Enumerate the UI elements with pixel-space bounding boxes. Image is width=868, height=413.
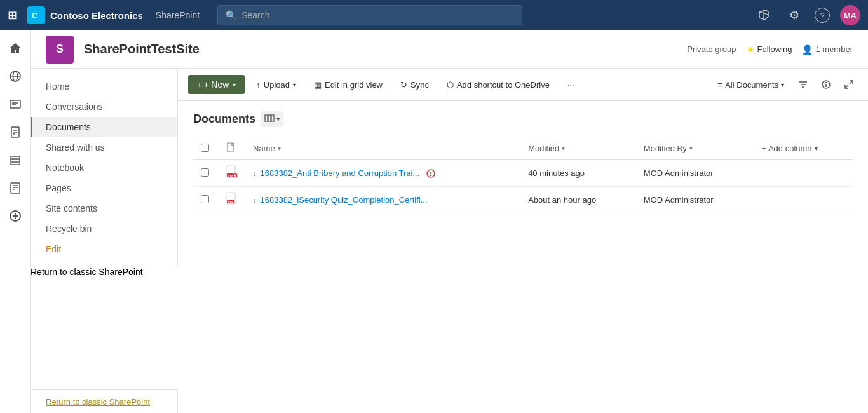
more-button[interactable]: ··· bbox=[561, 76, 581, 93]
sidebar-item-recycle-bin[interactable]: Recycle bin bbox=[31, 219, 177, 239]
sidebar-item-notebook[interactable]: Notebook bbox=[31, 158, 177, 178]
following-button[interactable]: ★ Following bbox=[747, 44, 792, 55]
return-classic-link[interactable]: Return to classic SharePoint bbox=[31, 267, 178, 277]
info-button[interactable] bbox=[817, 76, 835, 93]
rail-news-icon[interactable] bbox=[3, 91, 28, 117]
section-title: Documents bbox=[193, 112, 255, 126]
svg-rect-33 bbox=[227, 143, 234, 151]
top-nav: ⊞ C Contoso Electronics SharePoint 🔍 ⚙ ?… bbox=[0, 0, 868, 30]
view-icon: ≡ bbox=[718, 80, 723, 90]
rail-page-icon[interactable] bbox=[3, 175, 28, 201]
sidebar-item-conversations[interactable]: Conversations bbox=[31, 97, 177, 117]
main-content: + + New ▾ ↑ Upload ▾ ▦ Edit in grid view bbox=[178, 69, 868, 413]
row2-checkbox[interactable] bbox=[201, 195, 209, 203]
svg-point-27 bbox=[826, 83, 827, 83]
row1-checkbox[interactable] bbox=[201, 168, 209, 177]
help-icon[interactable]: ? bbox=[815, 8, 830, 23]
notifications-icon[interactable] bbox=[754, 5, 774, 25]
select-all-checkbox-col[interactable] bbox=[193, 137, 219, 160]
modified-by-col-header[interactable]: Modified By ▾ bbox=[636, 137, 754, 160]
filter-button[interactable] bbox=[794, 76, 812, 93]
upload-icon: ↑ bbox=[256, 80, 261, 90]
modified-sort-icon: ▾ bbox=[562, 145, 565, 152]
sync-button[interactable]: ↻ Sync bbox=[394, 76, 435, 93]
table-body: PDF ↕ 1683382_Anti Briber bbox=[193, 160, 853, 213]
edit-grid-button[interactable]: ▦ Edit in grid view bbox=[308, 76, 389, 93]
row2-file-name[interactable]: 1683382_iSecurity Quiz_Completion_Certif… bbox=[261, 195, 428, 205]
add-shortcut-button[interactable]: ⬡ Add shortcut to OneDrive bbox=[440, 76, 556, 93]
documents-table: Name ▾ Modified ▾ bbox=[193, 137, 853, 213]
sync-icon: ↻ bbox=[400, 80, 407, 90]
select-all-checkbox[interactable] bbox=[201, 144, 209, 152]
brand-logo: C bbox=[27, 6, 45, 24]
library-chevron-icon: ▾ bbox=[276, 116, 280, 123]
row2-checkbox-cell[interactable] bbox=[193, 187, 219, 213]
modified-by-sort-icon: ▾ bbox=[689, 145, 693, 152]
sidebar-item-pages[interactable]: Pages bbox=[31, 178, 177, 198]
table-row[interactable]: PDF ↕ 1683382_iSecurity Quiz_Completion_… bbox=[193, 187, 853, 213]
rail-globe-icon[interactable] bbox=[3, 64, 28, 89]
documents-section: Documents ▾ bbox=[178, 101, 868, 213]
table-row[interactable]: PDF ↕ 1683382_Anti Briber bbox=[193, 160, 853, 187]
sidebar-item-home[interactable]: Home bbox=[31, 76, 177, 97]
row2-modified-cell: About an hour ago bbox=[520, 187, 636, 213]
section-header: Documents ▾ bbox=[193, 111, 853, 127]
sidebar-item-documents[interactable]: Documents bbox=[31, 117, 177, 137]
add-col-chevron-icon: ▾ bbox=[815, 145, 818, 152]
svg-rect-32 bbox=[271, 115, 274, 121]
svg-rect-12 bbox=[11, 156, 20, 158]
view-chevron-icon: ▾ bbox=[781, 81, 784, 88]
new-button[interactable]: + + New ▾ bbox=[188, 75, 245, 94]
add-column-header[interactable]: + Add column ▾ bbox=[754, 137, 853, 160]
settings-icon[interactable]: ⚙ bbox=[784, 5, 804, 25]
rail-doc-icon[interactable] bbox=[3, 119, 28, 145]
rail-list-icon[interactable] bbox=[3, 147, 28, 173]
waffle-icon[interactable]: ⊞ bbox=[8, 8, 17, 22]
sidebar-item-shared-with-us[interactable]: Shared with us bbox=[31, 137, 177, 158]
grid-icon: ▦ bbox=[314, 80, 322, 90]
site-icon: S bbox=[46, 36, 74, 64]
row1-checkbox-cell[interactable] bbox=[193, 160, 219, 187]
sidebar-wrapper: Home Conversations Documents Shared with… bbox=[31, 69, 178, 413]
toolbar: + + New ▾ ↑ Upload ▾ ▦ Edit in grid view bbox=[178, 69, 868, 101]
row2-modified-by-cell: MOD Administrator bbox=[636, 187, 754, 213]
search-icon: 🔍 bbox=[226, 10, 236, 20]
add-column-button[interactable]: + Add column ▾ bbox=[761, 144, 817, 153]
search-bar[interactable]: 🔍 bbox=[217, 5, 522, 25]
name-sort-icon: ▾ bbox=[278, 145, 281, 152]
row1-icon-cell: PDF bbox=[219, 160, 245, 187]
name-col-header[interactable]: Name ▾ bbox=[245, 137, 520, 160]
row2-name-cell: ↕ 1683382_iSecurity Quiz_Completion_Cert… bbox=[245, 187, 520, 213]
member-icon: 👤 bbox=[802, 44, 813, 55]
toolbar-right: ≡ All Documents ▾ bbox=[713, 76, 858, 93]
svg-rect-31 bbox=[268, 115, 271, 121]
sidebar-item-site-contents[interactable]: Site contents bbox=[31, 198, 177, 219]
library-view-button[interactable]: ▾ bbox=[261, 111, 283, 127]
row2-extra-cell bbox=[754, 187, 853, 213]
brand: C Contoso Electronics bbox=[27, 6, 143, 24]
svg-rect-5 bbox=[10, 100, 20, 108]
expand-button[interactable] bbox=[840, 76, 858, 93]
product-label: SharePoint bbox=[156, 10, 200, 20]
all-docs-button[interactable]: ≡ All Documents ▾ bbox=[713, 78, 789, 92]
content-area: Home Conversations Documents Shared with… bbox=[31, 69, 868, 413]
upload-chevron-icon: ▾ bbox=[293, 81, 296, 88]
row1-file-name[interactable]: 1683382_Anti Bribery and Corruption Trai… bbox=[261, 168, 420, 178]
svg-rect-14 bbox=[11, 163, 20, 165]
svg-point-42 bbox=[431, 175, 431, 175]
file-type-col bbox=[219, 137, 245, 160]
brand-name: Contoso Electronics bbox=[50, 10, 143, 21]
svg-rect-30 bbox=[265, 115, 268, 121]
return-to-classic-link[interactable]: Return to classic SharePoint bbox=[46, 397, 150, 407]
upload-button[interactable]: ↑ Upload ▾ bbox=[250, 76, 302, 93]
member-count[interactable]: 👤 1 member bbox=[802, 44, 853, 55]
sidebar-item-edit[interactable]: Edit bbox=[31, 239, 177, 259]
icon-rail bbox=[0, 30, 31, 413]
avatar[interactable]: MA bbox=[840, 5, 860, 25]
rail-add-icon[interactable] bbox=[3, 203, 28, 229]
rail-home-icon[interactable] bbox=[3, 36, 28, 61]
svg-text:PDF: PDF bbox=[228, 201, 234, 204]
modified-col-header[interactable]: Modified ▾ bbox=[520, 137, 636, 160]
row1-name-cell: ↕ 1683382_Anti Bribery and Corruption Tr… bbox=[245, 160, 520, 187]
search-input[interactable] bbox=[241, 10, 514, 20]
